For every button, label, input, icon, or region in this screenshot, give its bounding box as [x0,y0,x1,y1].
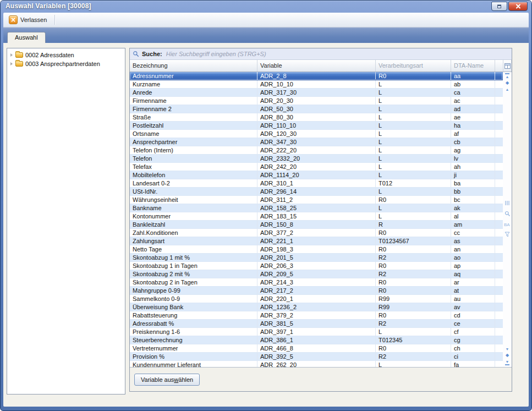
window-title: Auswahl Variablen [30008] [6,2,91,10]
cell-verarbeitungsart: L [376,188,451,195]
search-label: Suche: [142,51,162,57]
column-header-variable[interactable]: Variable [257,60,376,72]
table-row[interactable]: Kundennummer Lieferant ADR_262_20 L fa [130,361,503,367]
table-row[interactable]: Zahl.Konditionen ADR_377_2 R0 cc [130,229,503,237]
verlassen-button[interactable]: Verlassen [7,14,51,25]
cell-verarbeitungsart: L [376,80,451,88]
cell-dta-name: at [451,287,495,294]
tree-item[interactable]: 0003 Ansprechpartnerdaten [7,59,125,68]
column-header-verarbeitungsart[interactable]: Verarbeitungsart [376,60,451,72]
rail-search-icon[interactable] [504,211,511,217]
table-row[interactable]: Firmenname 2 ADR_50_30 L ad [130,105,503,113]
cell-dta-name: ap [451,262,495,270]
cell-verarbeitungsart: R0 [376,278,451,286]
filter-icon[interactable] [504,232,511,237]
scroll-to-top-icon[interactable]: ▲ [505,73,509,79]
table-row[interactable]: Bankname ADR_158_25 L ak [130,204,503,212]
cell-bezeichnung: Kurzname [130,80,257,88]
row-up-icon[interactable]: ▲ [506,87,509,91]
ba-icon[interactable]: BA [504,222,511,227]
table-row[interactable]: Landesart 0-2 ADR_310_1 T012 ba [130,179,503,188]
table-row[interactable]: USt-IdNr. ADR_296_14 L bb [130,188,503,196]
table-row[interactable]: Mahngruppe 0-99 ADR_217_2 R0 at [130,287,503,295]
table-row[interactable]: Rabattsteuerung ADR_379_2 R0 cd [130,311,503,320]
exit-icon [9,15,18,24]
cell-verarbeitungsart: L [376,113,451,121]
search-bar[interactable]: Suche: [130,48,512,60]
cell-spacer [495,287,503,294]
cell-variable: ADR_2_8 [257,72,376,80]
cell-variable: ADR_10_10 [257,80,376,88]
column-chooser-button[interactable] [503,60,512,72]
table-row[interactable]: Telefon ADR_2332_20 L lv [130,155,503,163]
table-row[interactable]: Kurzname ADR_10_10 L ab [130,80,503,89]
expander-icon[interactable] [10,53,13,57]
cell-dta-name: as [451,237,495,245]
cell-variable: ADR_209_5 [257,270,376,278]
column-header-dta-name[interactable]: DTA-Name [451,60,495,72]
cell-spacer [495,97,503,105]
table-row[interactable]: Firmenname ADR_20_30 L ac [130,97,503,105]
cell-dta-name: an [451,245,495,253]
table-row[interactable]: Skontoabzug 1 in Tagen ADR_206_3 R0 ap [130,262,503,270]
cell-spacer [495,89,503,96]
cell-spacer [495,311,503,319]
titlebar[interactable]: Auswahl Variablen [30008] [1,1,531,13]
cell-verarbeitungsart: L [376,105,451,113]
tab-auswahl[interactable]: Auswahl [7,32,46,43]
table-row[interactable]: Währungseinheit ADR_311_2 R0 bc [130,196,503,204]
scroll-to-bottom-icon[interactable]: ▼ [505,360,509,365]
table-row[interactable]: Provision % ADR_392_5 R2 ci [130,353,503,361]
expander-icon[interactable] [10,62,13,65]
cell-dta-name: ar [451,278,495,286]
variable-auswaehlen-button[interactable]: Variable auswählen [134,374,200,386]
table-row[interactable]: Mobiltelefon ADR_1114_20 L ji [130,171,503,179]
table-row[interactable]: Überweisung Bank ADR_1236_2 R99 av [130,303,503,311]
cell-bezeichnung: Kundennummer Lieferant [130,361,257,367]
table-row[interactable]: Preiskennung 1-6 ADR_397_1 L cf [130,328,503,336]
column-header-bezeichnung[interactable]: Bezeichnung [130,60,257,72]
close-button[interactable] [508,2,528,11]
jump-up-icon[interactable]: ◆ [506,81,509,85]
cell-variable: ADR_110_10 [257,122,376,129]
table-row[interactable]: Steuerberechnung ADR_386_1 T012345 cg [130,336,503,344]
variables-panel: Suche: Bezeichnung Variable Verarbeitung… [129,48,512,392]
cell-spacer [495,138,503,146]
table-row[interactable]: Straße ADR_80_30 L ae [130,113,503,122]
cell-verarbeitungsart: L [376,163,451,171]
cell-verarbeitungsart: R0 [376,287,451,294]
cell-variable: ADR_392_5 [257,353,376,360]
table-row[interactable]: Netto Tage ADR_198_3 R0 an [130,245,503,254]
toolbar-separator [54,15,55,25]
table-row[interactable]: Sammelkonto 0-9 ADR_220_1 R99 au [130,295,503,303]
table-row[interactable]: Bankleitzahl ADR_150_8 R am [130,221,503,229]
table-row[interactable]: Skontoabzug 2 mit % ADR_209_5 R2 aq [130,270,503,278]
cell-bezeichnung: Anrede [130,89,257,96]
cell-bezeichnung: Netto Tage [130,245,257,253]
table-row[interactable]: Anrede ADR_317_30 L ca [130,89,503,97]
table-row[interactable]: Zahlungsart ADR_221_1 T01234567 as [130,237,503,245]
table-row[interactable]: Telefax ADR_242_20 L ah [130,163,503,171]
cell-variable: ADR_466_8 [257,344,376,352]
cell-spacer [495,204,503,212]
table-row[interactable]: Adressrabatt % ADR_381_5 R2 ce [130,320,503,328]
columns-icon[interactable] [504,200,510,206]
table-row[interactable]: Kontonummer ADR_183_15 L al [130,212,503,221]
cell-spacer [495,122,503,129]
table-row[interactable]: Skontoabzug 1 mit % ADR_201_5 R2 ao [130,254,503,262]
jump-down-icon[interactable]: ◆ [506,353,509,358]
row-down-icon[interactable]: ▼ [506,347,509,351]
table-row[interactable]: Vertreternummer ADR_466_8 R0 ch [130,344,503,353]
cell-verarbeitungsart: R99 [376,303,451,311]
table-row[interactable]: Skontoabzug 2 in Tagen ADR_214_3 R0 ar [130,278,503,287]
cell-bezeichnung: Preiskennung 1-6 [130,328,257,336]
restore-button[interactable] [491,2,507,11]
cell-dta-name: ag [451,146,495,154]
table-row[interactable]: Ansprechpartner ADR_347_30 L cb [130,138,503,146]
table-row[interactable]: Adressnummer ADR_2_8 R0 aa [130,72,503,80]
table-row[interactable]: Telefon (Intern) ADR_222_20 L ag [130,146,503,155]
table-row[interactable]: Postleitzahl ADR_110_10 L ha [130,122,503,130]
table-row[interactable]: Ortsname ADR_120_30 L af [130,130,503,138]
search-input[interactable] [165,50,509,58]
tree-item[interactable]: 0002 Adressdaten [7,51,125,59]
